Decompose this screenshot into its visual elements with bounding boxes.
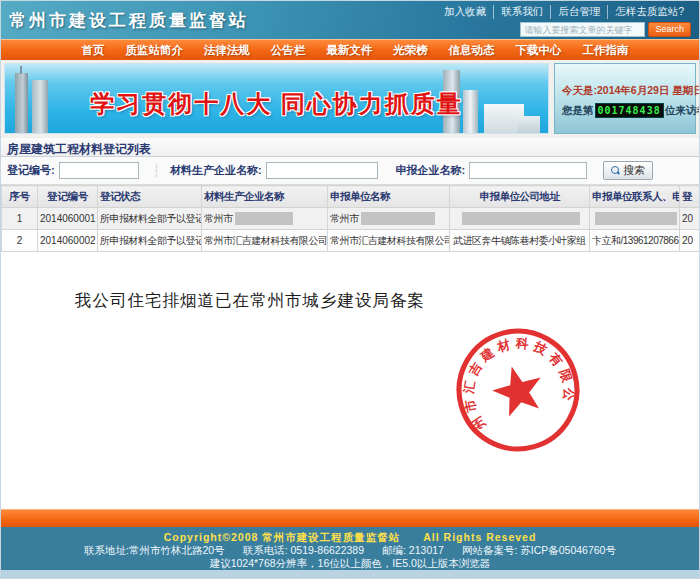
col-header-index: 序号: [2, 186, 38, 208]
banner-image: 学习贯彻十八大 同心协力抓质量: [4, 63, 549, 134]
filter-bar: 登记编号: ┆ 材料生产企业名称: 申报企业名称: 搜索: [1, 157, 699, 185]
nav-item-work-guide[interactable]: 工作指南: [582, 43, 628, 58]
col-header-status: 登记状态: [98, 186, 202, 208]
nav-item-news[interactable]: 信息动态: [449, 43, 495, 58]
date-panel: 今天是:2014年6月29日 星期日 您是第 001748438 位来访者: [554, 63, 696, 134]
table-cell: [450, 208, 590, 230]
site-header: 常州市建设工程质量监督站 加入收藏 联系我们 后台管理 怎样去质监站? Sear…: [1, 1, 699, 39]
table-cell: 2014060002: [38, 230, 98, 252]
table-cell: 所申报材料全部予以登记: [98, 230, 202, 252]
col-header-producer: 材料生产企业名称: [202, 186, 328, 208]
content-area: 我公司住宅排烟道已在常州市城乡建设局备案 常州市汇吉建材科技有限公司: [1, 252, 699, 509]
top-link-favorites[interactable]: 加入收藏: [437, 5, 494, 19]
visitor-counter-line: 您是第 001748438 位来访者: [562, 103, 690, 118]
bottom-strip: [1, 570, 699, 578]
top-link-directions[interactable]: 怎样去质监站?: [608, 5, 691, 19]
col-header-declarer: 申报单位名称: [328, 186, 450, 208]
table-cell: 所申报材料全部予以登记: [98, 208, 202, 230]
table-row: 22014060002所申报材料全部予以登记常州市汇吉建材科技有限公司常州市汇吉…: [2, 230, 700, 252]
seal-star-icon: [487, 360, 548, 419]
visitor-counter: 001748438: [595, 103, 664, 118]
nav-item-bulletin[interactable]: 公告栏: [271, 43, 306, 58]
footer-postcode: 邮编: 213017: [382, 544, 444, 557]
table-cell: 2014060001: [38, 208, 98, 230]
header-search-button[interactable]: Search: [648, 22, 691, 37]
top-links: 加入收藏 联系我们 后台管理 怎样去质监站?: [437, 5, 691, 19]
search-button-label: 搜索: [623, 163, 645, 178]
table-cell: 20: [680, 208, 700, 230]
header-search-input[interactable]: [520, 22, 645, 37]
today-date: 今天是:2014年6月29日 星期日: [562, 84, 690, 98]
table-header-row: 序号 登记编号 登记状态 材料生产企业名称 申报单位名称 申报单位公司地址 申报…: [2, 186, 700, 208]
nav-item-about[interactable]: 质监站简介: [125, 43, 183, 58]
redacted-block: [595, 212, 677, 225]
col-header-reg-no: 登记编号: [38, 186, 98, 208]
filter-divider: ┆: [153, 164, 160, 178]
footer-advice-line: 建议1024*768分辨率，16位以上颜色，IE5.0以上版本浏览器: [1, 557, 699, 570]
notice-text: 我公司住宅排烟道已在常州市城乡建设局备案: [75, 290, 425, 312]
nav-item-laws[interactable]: 法律法规: [204, 43, 250, 58]
footer-phone: 联系电话: 0519-86622389: [243, 544, 364, 557]
footer-orange-bar: [1, 509, 699, 527]
col-header-date-clipped: 登: [680, 186, 700, 208]
filter-label-producer: 材料生产企业名称:: [170, 163, 262, 178]
site-title: 常州市建设工程质量监督站: [9, 9, 249, 32]
header-search: Search: [520, 22, 691, 37]
table-cell: 常州市汇吉建材科技有限公司: [202, 230, 328, 252]
table-cell: [590, 208, 680, 230]
redacted-block: [235, 212, 293, 225]
table-cell: 常州市: [202, 208, 328, 230]
search-button[interactable]: 搜索: [603, 161, 653, 180]
table-cell: 常州市: [328, 208, 450, 230]
banner-slogan: 学习贯彻十八大 同心协力抓质量: [5, 88, 548, 120]
list-title: 房屋建筑工程材料登记列表: [1, 138, 699, 157]
filter-label-declarer: 申报企业名称:: [396, 163, 466, 178]
search-magnifier-icon: [611, 166, 620, 175]
table-row: 12014060001所申报材料全部予以登记常州市常州市20: [2, 208, 700, 230]
table-cell: 2: [2, 230, 38, 252]
table-cell: 常州市汇吉建材科技有限公司: [328, 230, 450, 252]
footer: Copyright©2008 常州市建设工程质量监督站 All Rights R…: [1, 527, 699, 570]
top-link-contact[interactable]: 联系我们: [494, 5, 551, 19]
filter-input-producer[interactable]: [266, 162, 378, 179]
company-seal: 常州市汇吉建材科技有限公司: [438, 310, 597, 469]
nav-item-home[interactable]: 首页: [81, 43, 104, 58]
filter-input-declarer[interactable]: [469, 162, 587, 179]
col-header-address: 申报单位公司地址: [450, 186, 590, 208]
visitor-prefix: 您是第: [562, 104, 594, 118]
footer-contact-line: 联系地址:常州市竹林北路20号 联系电话: 0519-86622389 邮编: …: [1, 544, 699, 557]
registration-table: 序号 登记编号 登记状态 材料生产企业名称 申报单位名称 申报单位公司地址 申报…: [1, 185, 700, 252]
table-cell: 武进区奔牛镇陈巷村委小叶家组: [450, 230, 590, 252]
table-cell: 20: [680, 230, 700, 252]
table-cell: 卞立和/13961207866: [590, 230, 680, 252]
registration-table-wrap: 序号 登记编号 登记状态 材料生产企业名称 申报单位名称 申报单位公司地址 申报…: [1, 185, 700, 252]
col-header-contact: 申报单位联系人、电话: [590, 186, 680, 208]
nav-item-honor-roll[interactable]: 光荣榜: [393, 43, 428, 58]
main-nav: 首页 质监站简介 法律法规 公告栏 最新文件 光荣榜 信息动态 下载中心 工作指…: [1, 39, 699, 60]
copyright-line: Copyright©2008 常州市建设工程质量监督站 All Rights R…: [1, 531, 699, 544]
top-link-admin[interactable]: 后台管理: [551, 5, 608, 19]
redacted-block: [462, 212, 580, 225]
footer-icp: 网站备案号: 苏ICP备05046760号: [462, 544, 616, 557]
footer-address: 联系地址:常州市竹林北路20号: [84, 544, 225, 557]
banner-row: 学习贯彻十八大 同心协力抓质量 今天是:2014年6月29日 星期日 您是第 0…: [1, 60, 699, 138]
table-cell: 1: [2, 208, 38, 230]
header-right: 加入收藏 联系我们 后台管理 怎样去质监站? Search: [437, 1, 691, 39]
filter-label-reg-no: 登记编号:: [7, 163, 55, 178]
nav-item-latest-docs[interactable]: 最新文件: [326, 43, 372, 58]
visitor-suffix: 位来访者: [665, 104, 700, 118]
redacted-block: [361, 212, 435, 225]
filter-input-reg-no[interactable]: [59, 162, 139, 179]
nav-item-downloads[interactable]: 下载中心: [516, 43, 562, 58]
page: 常州市建设工程质量监督站 加入收藏 联系我们 后台管理 怎样去质监站? Sear…: [0, 0, 700, 579]
